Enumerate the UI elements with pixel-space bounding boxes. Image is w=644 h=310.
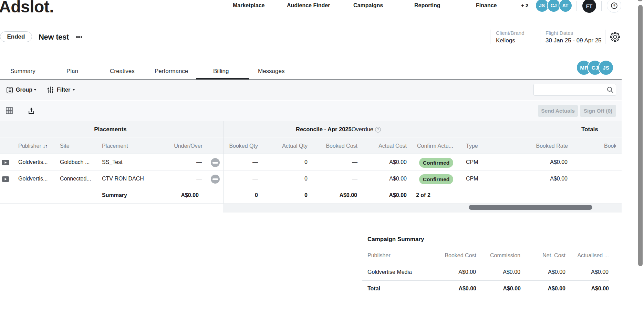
svg-text:?: ?	[613, 4, 615, 8]
svg-text:?: ?	[377, 127, 379, 132]
